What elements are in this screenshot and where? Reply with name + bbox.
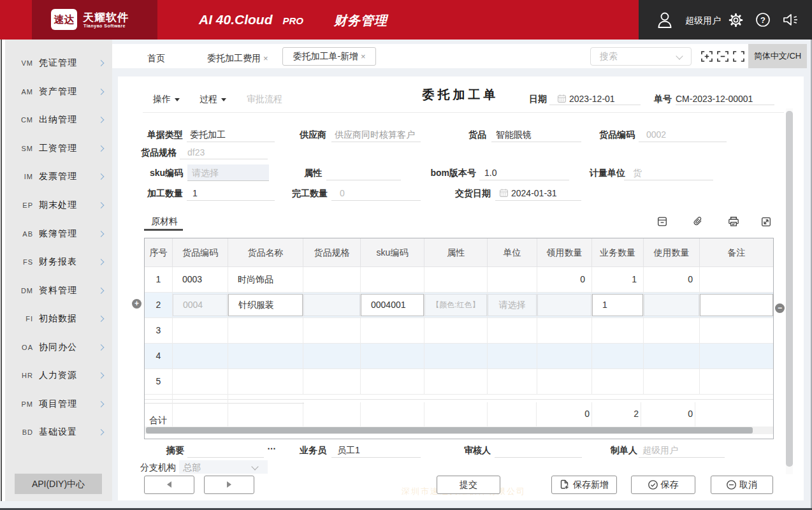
svg-text:?: ?: [760, 15, 765, 25]
